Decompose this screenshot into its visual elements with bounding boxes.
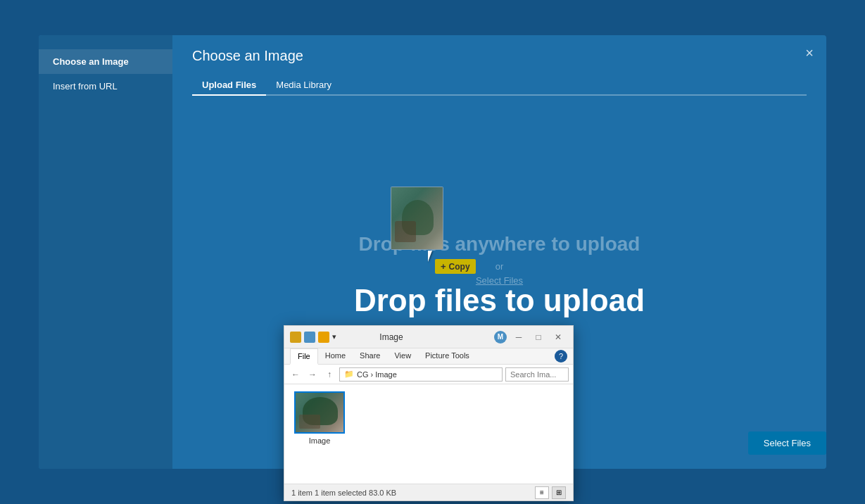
file-explorer-title: Image [289,332,494,342]
up-button[interactable]: ↑ [322,367,336,382]
tab-media-library[interactable]: Media Library [266,75,341,96]
status-bar: 1 item 1 item selected 83.0 KB ≡ ⊞ [284,484,573,500]
address-path[interactable]: 📁 CG › Image [339,367,503,382]
ribbon-tab-home[interactable]: Home [318,348,353,364]
drop-big-text: Drop files to upload [354,283,645,318]
address-bar: ← → ↑ 📁 CG › Image [284,365,573,384]
window-controls: ─ □ ✕ [510,330,567,344]
file-item[interactable]: Image [291,391,348,445]
back-button[interactable]: ← [289,367,303,382]
ribbon-tab-file[interactable]: File [290,348,318,365]
modal-title: Choose an Image [192,48,807,64]
file-explorer-window: ▾ Image M ─ □ ✕ File Home Share View Pic… [284,325,574,501]
thumbnail-image-content [296,393,343,432]
select-files-button[interactable]: Select Files [748,431,826,455]
sidebar-item-insert-url[interactable]: Insert from URL [39,74,172,99]
minimize-button[interactable]: ─ [510,330,528,344]
view-controls: ≡ ⊞ [535,486,566,499]
dragged-image-thumbnail [391,187,443,250]
modal-sidebar: Choose an Image Insert from URL [39,35,172,469]
m-badge: M [494,331,507,344]
grid-view-button[interactable]: ⊞ [552,486,566,499]
thumbnail-image [391,187,443,249]
ribbon-tab-picture-tools[interactable]: Picture Tools [418,348,476,364]
file-thumbnail [294,391,345,434]
tab-upload-files[interactable]: Upload Files [192,75,266,96]
sidebar-item-choose-image[interactable]: Choose an Image [39,49,172,74]
copy-badge: + Copy [435,259,476,274]
ribbon-tabs: File Home Share View Picture Tools ? [284,348,573,364]
path-text: CG › Image [357,370,397,379]
ribbon: File Home Share View Picture Tools ? [284,348,573,365]
copy-label: Copy [449,262,470,272]
or-text: or [495,261,504,272]
file-name: Image [309,436,331,445]
file-list: Image [284,384,573,484]
file-explorer-titlebar: ▾ Image M ─ □ ✕ [284,326,573,348]
copy-plus-icon: + [441,261,446,272]
list-view-button[interactable]: ≡ [535,486,549,499]
modal-tabs: Upload Files Media Library [192,75,807,96]
search-input[interactable] [505,367,569,382]
ribbon-tab-view[interactable]: View [387,348,418,364]
status-text: 1 item 1 item selected 83.0 KB [291,489,535,497]
close-window-button[interactable]: ✕ [549,330,567,344]
modal-close-button[interactable]: × [805,45,814,61]
ribbon-tab-share[interactable]: Share [353,348,387,364]
folder-path-icon: 📁 [344,370,354,379]
help-button[interactable]: ? [555,350,567,363]
maximize-button[interactable]: □ [529,330,548,344]
forward-button[interactable]: → [305,367,320,382]
